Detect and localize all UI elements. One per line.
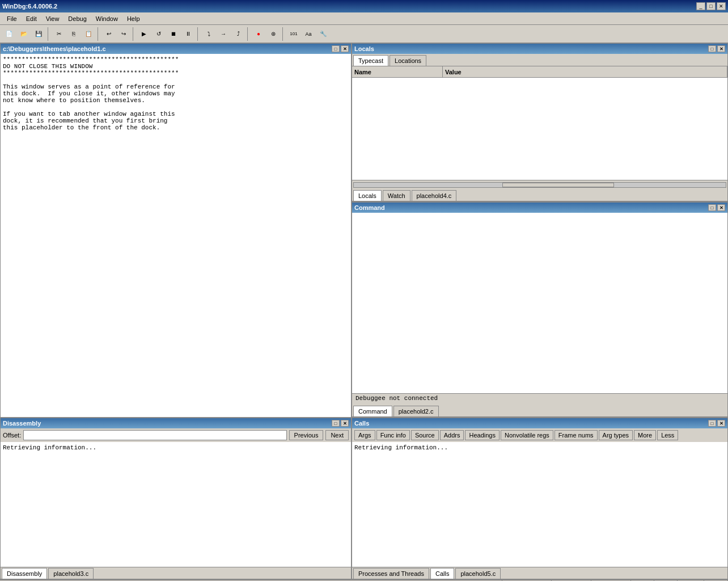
app-title: WinDbg:6.4.0006.2 [2,3,696,10]
tab-locals[interactable]: Locals [353,190,382,201]
arg-types-button[interactable]: Arg types [599,430,633,440]
source-maximize-button[interactable]: □ [332,45,340,52]
copy-button[interactable]: ⎘ [67,27,81,41]
tab-calls[interactable]: Calls [430,568,454,579]
locals-title-bar: Locals □ ✕ [352,44,727,54]
disassembly-panel: Disassembly □ ✕ Offset: Previous Next Re… [0,418,352,580]
source-title-buttons: □ ✕ [332,45,349,52]
title-bar: WinDbg:6.4.0006.2 _ □ ✕ [0,0,728,12]
open-button[interactable]: 📂 [17,27,31,41]
menu-view[interactable]: View [41,14,64,23]
tab-command[interactable]: Command [353,406,392,416]
menu-help[interactable]: Help [122,14,145,23]
break-icon: ⏸ [185,31,191,37]
step-over-button[interactable]: → [217,27,230,41]
redo-button[interactable]: ↪ [117,27,130,41]
source-content[interactable]: ****************************************… [1,54,351,417]
close-button[interactable]: ✕ [717,2,726,10]
less-button[interactable]: Less [657,430,678,440]
tab-disassembly-placehold3[interactable]: placehold3.c [48,568,94,579]
offset-input[interactable] [23,430,286,440]
addrs-button[interactable]: Addrs [440,430,464,440]
sep3 [133,27,135,41]
locals-close-button[interactable]: ✕ [717,45,725,52]
locals-title: Locals [354,45,708,52]
disassembly-title-bar: Disassembly □ ✕ [1,418,351,428]
bp-list-icon: ⊛ [271,31,276,37]
step-in-button[interactable]: ⤵ [202,27,215,41]
locals-scrollbar-h[interactable] [352,180,727,189]
step-in-icon: ⤵ [208,31,210,37]
calls-tabs: Processes and Threads Calls placehold5.c [352,567,727,579]
font-button[interactable]: Aa [302,27,315,41]
font-icon: Aa [305,31,311,37]
settings-icon: 🔧 [320,31,327,37]
locals-maximize-button[interactable]: □ [708,45,716,52]
right-pane: Locals □ ✕ Typecast Locations [352,43,728,418]
locals-table-content[interactable] [352,78,727,180]
tab-placehold2[interactable]: placehold2.c [393,406,439,416]
101-button[interactable]: 101 [287,27,300,41]
go-button[interactable]: ▶ [137,27,151,41]
headings-button[interactable]: Headings [465,430,499,440]
command-title: Command [354,204,708,211]
nonvolatile-regs-button[interactable]: Nonvolatile regs [501,430,553,440]
undo-icon: ↩ [107,31,111,37]
settings-button[interactable]: 🔧 [316,27,330,41]
restart-button[interactable]: ↺ [152,27,166,41]
previous-button[interactable]: Previous [289,430,324,440]
source-close-button[interactable]: ✕ [341,45,349,52]
func-info-button[interactable]: Func info [376,430,410,440]
command-content[interactable] [352,213,727,393]
command-maximize-button[interactable]: □ [708,204,716,211]
tab-placehold4[interactable]: placehold4.c [412,190,457,201]
minimize-button[interactable]: _ [696,2,705,10]
calls-close-button[interactable]: ✕ [717,420,725,427]
maximize-button[interactable]: □ [706,2,716,10]
calls-toolbar: Args Func info Source Addrs Headings Non… [352,428,727,442]
source-button[interactable]: Source [411,430,439,440]
undo-button[interactable]: ↩ [102,27,116,41]
locals-table-header: Name Value [352,66,727,78]
next-button[interactable]: Next [325,430,349,440]
bp-button[interactable]: ● [252,27,265,41]
tab-calls-placehold5[interactable]: placehold5.c [455,568,501,579]
command-close-button[interactable]: ✕ [717,204,725,211]
calls-content[interactable]: Retrieving information... [352,442,727,567]
calls-title-bar: Calls □ ✕ [352,418,727,428]
tab-locations[interactable]: Locations [390,55,426,66]
frame-nums-button[interactable]: Frame nums [555,430,598,440]
locals-panel: Locals □ ✕ Typecast Locations [352,43,728,202]
break-button[interactable]: ⏸ [181,27,195,41]
locals-top-tabs: Typecast Locations [352,54,727,66]
more-button[interactable]: More [634,430,656,440]
menu-window[interactable]: Window [91,14,122,23]
tab-typecast[interactable]: Typecast [353,55,388,66]
args-button[interactable]: Args [354,430,375,440]
disassembly-maximize-button[interactable]: □ [332,420,340,427]
save-button[interactable]: 💾 [32,27,45,41]
menu-debug[interactable]: Debug [64,14,91,23]
paste-button[interactable]: 📋 [82,27,95,41]
tab-processes-threads[interactable]: Processes and Threads [353,568,429,579]
menu-file[interactable]: File [2,14,22,23]
locals-scroll-thumb[interactable] [502,183,614,187]
sep2 [98,27,100,41]
offset-label: Offset: [3,432,21,439]
new-button[interactable]: 📄 [2,27,16,41]
stop-button[interactable]: ⏹ [167,27,180,41]
new-icon: 📄 [6,31,12,37]
tab-disassembly[interactable]: Disassembly [2,568,47,579]
bottom-row: Disassembly □ ✕ Offset: Previous Next Re… [0,418,728,580]
step-out-button[interactable]: ⤴ [231,27,245,41]
disassembly-content[interactable]: Retrieving information... [1,442,351,567]
bp-list-button[interactable]: ⊛ [266,27,280,41]
sep6 [282,27,285,41]
disassembly-close-button[interactable]: ✕ [341,420,349,427]
menu-edit[interactable]: Edit [22,14,41,23]
locals-scroll-track[interactable] [353,182,726,188]
cut-button[interactable]: ✂ [52,27,66,41]
paste-icon: 📋 [85,31,92,37]
calls-maximize-button[interactable]: □ [708,420,716,427]
tab-watch[interactable]: Watch [383,190,410,201]
